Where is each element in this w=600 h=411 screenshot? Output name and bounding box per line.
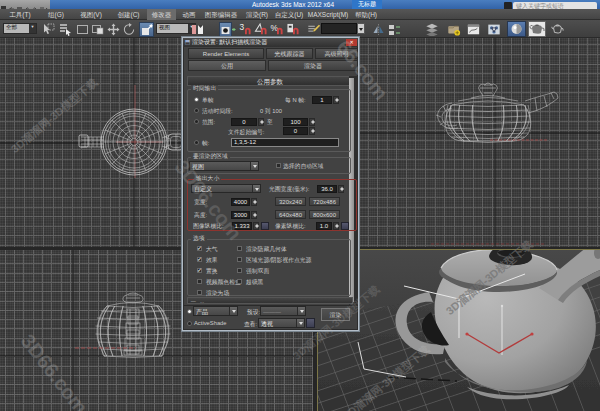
svg-text:3: 3 bbox=[239, 23, 244, 32]
